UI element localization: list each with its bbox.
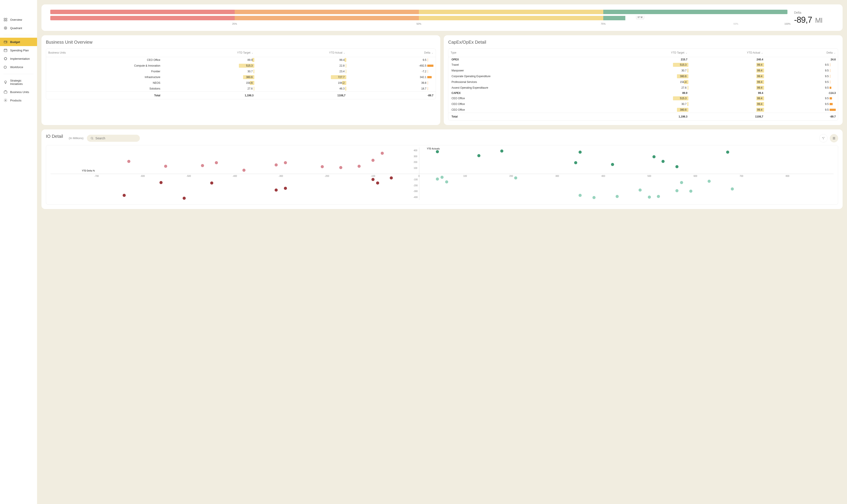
list-view-button[interactable] — [830, 134, 838, 142]
scatter-point[interactable] — [381, 152, 384, 155]
scatter-view-button[interactable] — [819, 134, 828, 142]
scatter-point[interactable] — [440, 176, 444, 179]
scatter-point[interactable] — [708, 180, 711, 183]
scatter-point[interactable] — [123, 194, 126, 197]
sidebar-item-strategic[interactable]: Strategic Iniciatives — [0, 77, 37, 88]
scatter-point[interactable] — [127, 160, 130, 163]
column-header[interactable]: Business Units — [46, 49, 163, 57]
scatter-point[interactable] — [689, 190, 692, 193]
table-row[interactable]: Professional Services154.499.49.5 — [448, 79, 838, 85]
sidebar-item-label: Overview — [10, 18, 22, 21]
column-header[interactable]: YTD Actual⌄ — [255, 49, 348, 57]
scatter-point[interactable] — [371, 159, 374, 162]
column-header[interactable]: Delta⌄ — [348, 49, 436, 57]
table-row[interactable]: CAPEX89.999.4-114.3 — [448, 91, 838, 95]
scatter-plot[interactable]: -700-600-500-400-300-200-100010020030040… — [46, 145, 838, 204]
table-row[interactable]: Frontier30.723.4-7.2 — [46, 69, 436, 74]
svg-rect-6 — [4, 41, 7, 43]
gauge-tick: 25% — [232, 22, 237, 25]
scatter-point[interactable] — [611, 163, 614, 166]
scatter-point[interactable] — [675, 189, 678, 192]
scatter-point[interactable] — [500, 149, 504, 152]
sidebar-item-budget[interactable]: Budget — [0, 38, 37, 46]
scatter-point[interactable] — [593, 196, 596, 199]
table-row[interactable]: CEO Office89.999.49.5 — [46, 57, 436, 63]
chevron-down-icon: ⌄ — [833, 51, 836, 54]
table-row[interactable]: Corporate Operating Expenditure380.699.4… — [448, 73, 838, 79]
scatter-point[interactable] — [574, 161, 577, 164]
gauge-marker-label: 97 M — [637, 16, 642, 19]
scatter-point[interactable] — [201, 164, 204, 167]
sidebar-item-products[interactable]: Products — [0, 96, 37, 105]
table-row[interactable]: CEO Office30.799.49.5 — [448, 101, 838, 107]
scatter-point[interactable] — [652, 155, 655, 158]
scatter-point[interactable] — [675, 165, 678, 168]
column-header[interactable]: Delta⌄ — [765, 49, 838, 57]
column-header[interactable]: YTD Actual⌄ — [690, 49, 765, 57]
gauge-marker: 97 M — [636, 16, 644, 19]
scatter-point[interactable] — [159, 181, 162, 184]
sidebar-item-overview[interactable]: Overview — [0, 15, 37, 24]
table-row[interactable]: Infrastructure380.6727.7342.1 — [46, 74, 436, 80]
scatter-point[interactable] — [164, 165, 167, 168]
scatter-point[interactable] — [357, 165, 360, 168]
table-row[interactable]: NEOS154.6194.239.8 — [46, 80, 436, 86]
scatter-point[interactable] — [390, 176, 393, 179]
search-box[interactable] — [87, 135, 140, 142]
scatter-point[interactable] — [284, 161, 287, 164]
scatter-point[interactable] — [477, 154, 480, 157]
sidebar-item-quadrant[interactable]: Quadrant — [0, 24, 37, 32]
scatter-point[interactable] — [638, 188, 642, 192]
scatter-point[interactable] — [321, 165, 324, 168]
scatter-point[interactable] — [376, 181, 379, 184]
x-tick: -500 — [187, 175, 191, 177]
y-tick: 100 — [413, 167, 417, 169]
table-row[interactable]: OPEX215.7240.424.6 — [448, 57, 838, 62]
scatter-point[interactable] — [436, 150, 439, 153]
search-icon — [90, 137, 93, 140]
sidebar-item-implementation[interactable]: Implementation — [0, 54, 37, 63]
delta-label: Delta — [794, 11, 834, 14]
scatter-point[interactable] — [275, 188, 278, 192]
scatter-point[interactable] — [339, 166, 342, 169]
column-header[interactable]: YTD Target⌄ — [163, 49, 256, 57]
search-input[interactable] — [95, 137, 137, 140]
scatter-point[interactable] — [579, 194, 582, 197]
scatter-point[interactable] — [183, 197, 186, 200]
scatter-point[interactable] — [210, 181, 213, 184]
svg-rect-0 — [4, 18, 5, 19]
table-row[interactable]: CEO Office380.699.49.5 — [448, 107, 838, 113]
scatter-point[interactable] — [284, 187, 287, 190]
table-row[interactable]: Assest Operating Expenditaure27.699.49.5 — [448, 85, 838, 91]
scatter-point[interactable] — [579, 150, 582, 154]
svg-point-19 — [823, 139, 824, 139]
table-row[interactable]: Solutions27.646.318.7 — [46, 86, 436, 92]
table-row[interactable]: Compute & Innovation515.322.8-492.5 — [46, 63, 436, 69]
sidebar-item-workforce[interactable]: Workforce — [0, 63, 37, 71]
scatter-point[interactable] — [616, 195, 619, 198]
scatter-point[interactable] — [275, 163, 278, 166]
scatter-point[interactable] — [680, 181, 683, 184]
table-row[interactable]: CEO Office515.399.49.5 — [448, 95, 838, 101]
scatter-point[interactable] — [436, 178, 439, 181]
y-tick: 300 — [413, 155, 417, 158]
y-tick: 200 — [413, 161, 417, 163]
scatter-point[interactable] — [445, 180, 448, 183]
scatter-point[interactable] — [726, 150, 729, 154]
column-header[interactable]: Type — [448, 49, 613, 57]
scatter-point[interactable] — [731, 187, 734, 191]
scatter-icon — [822, 137, 825, 140]
scatter-point[interactable] — [661, 160, 665, 163]
scatter-point[interactable] — [242, 169, 246, 172]
scatter-point[interactable] — [657, 195, 660, 198]
column-header[interactable]: YTD Target⌄ — [613, 49, 689, 57]
scatter-point[interactable] — [514, 176, 517, 179]
scatter-point[interactable] — [215, 161, 218, 164]
sidebar-item-spending-plan[interactable]: Spending Plan — [0, 46, 37, 54]
scatter-point[interactable] — [648, 196, 651, 199]
scatter-point[interactable] — [371, 178, 374, 181]
table-row[interactable]: Travel515.399.49.5 — [448, 62, 838, 68]
table-row[interactable]: Manpower30.799.49.5 — [448, 68, 838, 73]
sidebar-item-business-units[interactable]: Business Units — [0, 88, 37, 96]
gauge-tick: 75% — [601, 22, 605, 25]
